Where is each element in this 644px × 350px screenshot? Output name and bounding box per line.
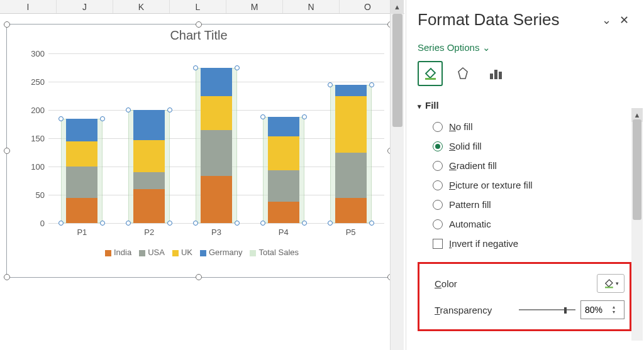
series-select-point[interactable] <box>302 114 307 119</box>
col-header[interactable]: L <box>170 0 226 13</box>
series-select-point[interactable] <box>328 82 333 87</box>
series-select-point[interactable] <box>235 221 240 226</box>
legend-item[interactable]: Germany <box>200 248 242 257</box>
bar-segment-usa[interactable] <box>66 167 97 198</box>
radio-solid-fill[interactable]: Solid fill <box>418 136 631 156</box>
series-select-point[interactable] <box>369 221 374 226</box>
chart-legend[interactable]: IndiaUSAUKGermanyTotal Sales <box>19 248 384 257</box>
y-tick-label: 250 <box>31 77 45 87</box>
legend-item[interactable]: Total Sales <box>250 248 299 257</box>
check-invert-negative[interactable]: Invert if negative <box>418 234 631 253</box>
bar-segment-germany[interactable] <box>133 110 165 140</box>
col-header[interactable]: N <box>283 0 340 13</box>
effects-tab[interactable] <box>450 61 475 86</box>
series-select-point[interactable] <box>100 116 105 121</box>
bar-segment-germany[interactable] <box>335 85 367 96</box>
col-header[interactable]: I <box>0 0 57 13</box>
legend-label: USA <box>148 248 165 257</box>
legend-label: India <box>114 248 131 257</box>
legend-item[interactable]: UK <box>172 248 192 257</box>
spin-down-icon[interactable]: ▾ <box>613 310 621 315</box>
series-select-point[interactable] <box>235 65 240 70</box>
y-tick-label: 0 <box>40 219 45 228</box>
y-tick-label: 100 <box>31 162 45 172</box>
scroll-thumb[interactable] <box>392 14 402 127</box>
bar-segment-uk[interactable] <box>133 140 165 172</box>
color-picker-button[interactable]: ▾ <box>597 274 625 293</box>
bar-segment-germany[interactable] <box>66 119 97 141</box>
chevron-down-icon: ▾ <box>418 102 421 111</box>
radio-picture-fill[interactable]: Picture or texture fill <box>418 175 631 195</box>
radio-icon <box>433 219 443 229</box>
bar-segment-india[interactable] <box>201 176 232 223</box>
bar-segment-usa[interactable] <box>201 130 232 177</box>
radio-gradient-fill[interactable]: Gradient fill <box>418 156 631 175</box>
resize-handle[interactable] <box>4 148 10 154</box>
format-category-tabs <box>418 61 631 86</box>
y-axis: 050100150200250300 <box>19 53 48 223</box>
series-select-point[interactable] <box>167 221 172 226</box>
bar-segment-uk[interactable] <box>335 96 367 153</box>
transparency-value[interactable] <box>581 304 613 315</box>
fill-and-line-tab[interactable] <box>418 61 443 86</box>
series-select-point[interactable] <box>260 221 265 226</box>
bar-segment-germany[interactable] <box>201 68 232 96</box>
scroll-up-icon[interactable]: ▲ <box>391 0 404 14</box>
resize-handle[interactable] <box>4 274 10 280</box>
series-select-point[interactable] <box>126 107 131 112</box>
col-header[interactable]: K <box>113 0 170 13</box>
series-select-point[interactable] <box>167 107 172 112</box>
series-select-point[interactable] <box>302 221 307 226</box>
column-headers: I J K L M N O <box>0 0 404 14</box>
scroll-thumb[interactable] <box>633 119 641 220</box>
bar-segment-india[interactable] <box>133 189 165 223</box>
resize-handle[interactable] <box>4 21 10 28</box>
radio-automatic[interactable]: Automatic <box>418 214 631 234</box>
bar-segment-uk[interactable] <box>201 96 232 130</box>
radio-pattern-fill[interactable]: Pattern fill <box>418 195 631 214</box>
bar-segment-germany[interactable] <box>268 117 299 137</box>
pane-scrollbar[interactable]: ▲ <box>631 108 643 341</box>
series-select-point[interactable] <box>58 116 64 121</box>
transparency-spinner[interactable]: ▴▾ <box>580 300 625 319</box>
chart-object[interactable]: Chart Title 050100150200250300 P1P2P3P4P… <box>6 24 391 278</box>
col-header[interactable]: J <box>57 0 113 13</box>
bar-segment-india[interactable] <box>268 202 299 223</box>
series-options-dropdown[interactable]: Series Options ⌄ <box>418 42 631 53</box>
bar-segment-uk[interactable] <box>268 136 299 170</box>
series-select-point[interactable] <box>126 221 131 226</box>
bar-segment-uk[interactable] <box>66 141 97 167</box>
chart-title[interactable]: Chart Title <box>7 25 391 46</box>
series-select-point[interactable] <box>58 221 64 226</box>
resize-handle[interactable] <box>196 21 202 28</box>
series-select-point[interactable] <box>100 221 105 226</box>
transparency-slider[interactable] <box>519 309 575 310</box>
bar-segment-india[interactable] <box>66 198 97 224</box>
col-header[interactable]: O <box>340 0 396 13</box>
bar-segment-usa[interactable] <box>268 170 299 202</box>
resize-handle[interactable] <box>196 274 202 280</box>
bar-segment-usa[interactable] <box>133 172 165 189</box>
series-select-point[interactable] <box>260 114 265 119</box>
bar-segment-usa[interactable] <box>335 153 367 198</box>
close-icon[interactable]: ✕ <box>616 13 631 27</box>
highlighted-area: Color ▾ Transparency ▴▾ <box>418 262 631 331</box>
collapse-icon[interactable]: ⌄ <box>599 13 614 27</box>
radio-no-fill[interactable]: No fill <box>418 117 631 136</box>
bar-segment-india[interactable] <box>335 198 367 223</box>
y-tick-label: 150 <box>31 134 45 143</box>
fill-section-header[interactable]: ▾Fill <box>418 100 631 111</box>
series-select-point[interactable] <box>193 65 198 70</box>
col-header[interactable]: M <box>226 0 283 13</box>
x-tick-label: P1 <box>77 227 87 237</box>
series-options-tab[interactable] <box>483 61 508 86</box>
series-select-point[interactable] <box>328 221 333 226</box>
radio-icon <box>433 200 443 210</box>
bars-area <box>48 53 384 223</box>
legend-item[interactable]: India <box>105 248 131 257</box>
worksheet-scrollbar[interactable]: ▲ <box>390 0 404 350</box>
series-select-point[interactable] <box>193 221 198 226</box>
legend-item[interactable]: USA <box>139 248 165 257</box>
chevron-down-icon: ⌄ <box>482 42 491 53</box>
series-select-point[interactable] <box>369 82 374 87</box>
